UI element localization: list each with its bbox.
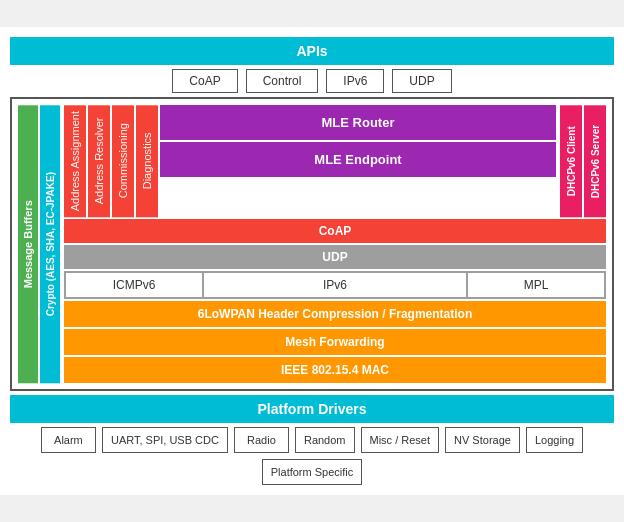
api-item-ipv6: IPv6	[326, 69, 384, 93]
inner-content: Address Assignment Address Resolver Comm…	[64, 105, 606, 383]
dhcpv6-server-label: DHCPv6 Server	[584, 105, 606, 217]
api-item-control: Control	[246, 69, 319, 93]
address-assignment-box: Address Assignment	[64, 105, 86, 217]
coap-row: CoAP	[64, 219, 606, 243]
platform-item-logging: Logging	[526, 427, 583, 453]
mle-router: MLE Router	[160, 105, 556, 140]
platform-item-alarm: Alarm	[41, 427, 96, 453]
platform-items-row: Alarm UART, SPI, USB CDC Radio Random Mi…	[10, 427, 614, 485]
message-buffers-label: Message Buffers	[18, 105, 38, 383]
apis-bar: APIs	[10, 37, 614, 65]
diagnostics-box: Diagnostics	[136, 105, 158, 217]
api-item-coap: CoAP	[172, 69, 237, 93]
platform-item-nvstorage: NV Storage	[445, 427, 520, 453]
platform-item-random: Random	[295, 427, 355, 453]
address-resolver-box: Address Resolver	[88, 105, 110, 217]
mle-endpoint: MLE Endpoint	[160, 142, 556, 177]
ipv6-cell: IPv6	[204, 273, 466, 297]
api-item-udp: UDP	[392, 69, 451, 93]
platform-item-uart: UART, SPI, USB CDC	[102, 427, 228, 453]
platform-item-platform-specific: Platform Specific	[262, 459, 363, 485]
api-items-row: CoAP Control IPv6 UDP	[10, 69, 614, 93]
ieee-row: IEEE 802.15.4 MAC	[64, 357, 606, 383]
mesh-forwarding-row: Mesh Forwarding	[64, 329, 606, 355]
crypto-label: Crypto (AES, SHA, EC-JPAKE)	[40, 105, 60, 383]
main-block: Message Buffers Crypto (AES, SHA, EC-JPA…	[10, 97, 614, 391]
left-labels: Message Buffers Crypto (AES, SHA, EC-JPA…	[18, 105, 60, 383]
mle-area: MLE Router MLE Endpoint	[160, 105, 556, 217]
platform-item-misc: Misc / Reset	[361, 427, 440, 453]
platform-item-radio: Radio	[234, 427, 289, 453]
mpl-cell: MPL	[468, 273, 604, 297]
dhcpv6-client-label: DHCPv6 Client	[560, 105, 582, 217]
right-labels: DHCPv6 Client DHCPv6 Server	[560, 105, 606, 217]
red-component-boxes: Address Assignment Address Resolver Comm…	[64, 105, 158, 217]
platform-drivers-bar: Platform Drivers	[10, 395, 614, 423]
network-row: ICMPv6 IPv6 MPL	[64, 271, 606, 299]
udp-row: UDP	[64, 245, 606, 269]
sixlowpan-row: 6LoWPAN Header Compression / Fragmentati…	[64, 301, 606, 327]
icmpv6-cell: ICMPv6	[66, 273, 202, 297]
commissioning-box: Commissioning	[112, 105, 134, 217]
